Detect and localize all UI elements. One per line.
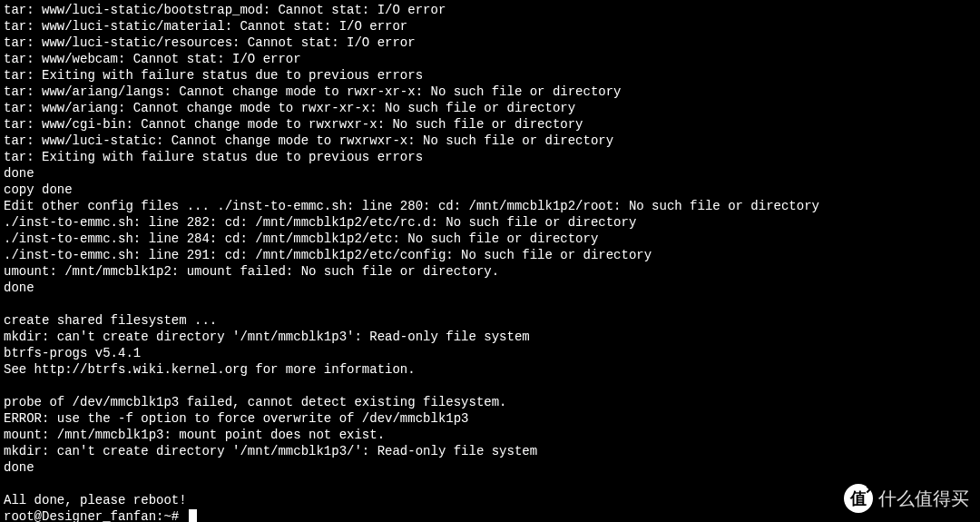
terminal-line: probe of /dev/mmcblk1p3 failed, cannot d… [4, 394, 976, 410]
terminal-line: tar: www/ariang: Cannot change mode to r… [4, 100, 976, 116]
terminal-line: btrfs-progs v5.4.1 [4, 345, 976, 361]
terminal-line: ERROR: use the -f option to force overwr… [4, 410, 976, 427]
terminal-line: tar: Exiting with failure status due to … [4, 149, 976, 165]
terminal-prompt-line[interactable]: root@Designer_fanfan:~# [4, 508, 976, 522]
terminal-prompt: root@Designer_fanfan:~# [4, 509, 187, 522]
terminal-line: tar: www/luci-static/material: Cannot st… [4, 18, 976, 34]
terminal-line: copy done [4, 182, 976, 198]
terminal-line: mkdir: can't create directory '/mnt/mmcb… [4, 329, 976, 345]
terminal-line: mkdir: can't create directory '/mnt/mmcb… [4, 443, 976, 459]
watermark-icon: 值 [844, 484, 873, 513]
terminal-line: tar: www/webcam: Cannot stat: I/O error [4, 51, 976, 67]
terminal-line: mount: /mnt/mmcblk1p3: mount point does … [4, 427, 976, 443]
terminal-line: ./inst-to-emmc.sh: line 282: cd: /mnt/mm… [4, 214, 976, 231]
terminal-line: tar: www/luci-static/bootstrap_mod: Cann… [4, 2, 976, 18]
watermark-icon-text: 值 [850, 490, 867, 507]
terminal-line: ./inst-to-emmc.sh: line 291: cd: /mnt/mm… [4, 247, 976, 263]
terminal-output: tar: www/luci-static/bootstrap_mod: Cann… [4, 2, 976, 508]
watermark-text: 什么值得买 [878, 490, 969, 507]
terminal-line: tar: www/luci-static: Cannot change mode… [4, 133, 976, 149]
terminal-line: Edit other config files ... ./inst-to-em… [4, 198, 976, 214]
terminal-line: done [4, 459, 976, 476]
terminal-line [4, 378, 976, 394]
terminal-line: create shared filesystem ... [4, 312, 976, 329]
terminal-line: All done, please reboot! [4, 492, 976, 508]
terminal-line: umount: /mnt/mmcblk1p2: umount failed: N… [4, 263, 976, 280]
terminal-line: done [4, 280, 976, 296]
terminal-line: See http://btrfs.wiki.kernel.org for mor… [4, 361, 976, 378]
terminal-line: tar: www/ariang/langs: Cannot change mod… [4, 84, 976, 100]
terminal-line: tar: www/cgi-bin: Cannot change mode to … [4, 116, 976, 133]
cursor-icon [189, 509, 197, 522]
terminal-line: tar: Exiting with failure status due to … [4, 67, 976, 84]
terminal-line [4, 476, 976, 492]
terminal-line: tar: www/luci-static/resources: Cannot s… [4, 34, 976, 51]
terminal-line [4, 296, 976, 312]
terminal-line: ./inst-to-emmc.sh: line 284: cd: /mnt/mm… [4, 231, 976, 247]
terminal-line: done [4, 165, 976, 182]
watermark: 值 什么值得买 [844, 484, 969, 513]
